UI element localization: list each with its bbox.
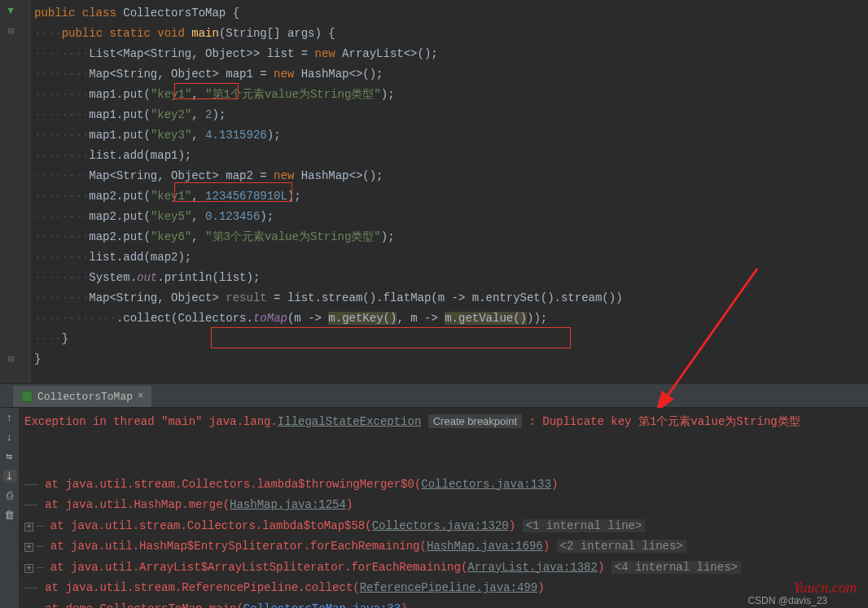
stack-frame: —— at java.util.HashMap.merge(HashMap.ja…	[24, 495, 863, 516]
source-link[interactable]: HashMap.java:1254	[230, 498, 346, 511]
hidden-frames-badge[interactable]: <2 internal lines>	[557, 540, 686, 553]
code-line: ········Map<String, Object> result = lis…	[34, 288, 868, 308]
source-link[interactable]: ArrayList.java:1382	[467, 561, 598, 574]
class-icon	[21, 391, 33, 402]
stack-frame: +— at java.util.ArrayList$ArrayListSplit…	[24, 558, 863, 579]
source-link[interactable]: ReferencePipeline.java:499	[360, 581, 537, 594]
code-line: }	[34, 349, 868, 370]
wrap-icon[interactable]: ⇆	[3, 450, 16, 463]
source-link[interactable]: HashMap.java:1696	[427, 540, 543, 553]
editor-gutter: ▶ ⊟ ⊟	[0, 0, 31, 383]
arrow-down-icon[interactable]: ↓	[3, 431, 16, 444]
print-icon[interactable]: ⎙	[3, 489, 16, 502]
close-icon[interactable]: ×	[138, 391, 143, 402]
source-link[interactable]: CollectorsToMap.java:33	[243, 602, 401, 609]
code-line: public class CollectorsToMap {	[34, 3, 868, 24]
stack-frame: —— at demo.CollectorsToMap.main(Collecto…	[24, 599, 863, 609]
run-tabbar: CollectorsToMap ×	[0, 383, 868, 408]
code-line: ····public static void main(String[] arg…	[34, 24, 868, 44]
code-line: ········Map<String, Object> map1 = new H…	[34, 64, 868, 85]
hidden-frames-badge[interactable]: <4 internal lines>	[612, 561, 741, 574]
console-output[interactable]: Exception in thread "main" java.lang.Ill…	[20, 408, 868, 608]
arrow-up-icon[interactable]: ↑	[3, 411, 16, 424]
code-line: ········map1.put("key3", 4.1315926);	[34, 125, 868, 146]
stack-frame: +— at java.util.stream.Collectors.lambda…	[24, 516, 863, 537]
run-tab[interactable]: CollectorsToMap ×	[13, 386, 151, 407]
trash-icon[interactable]: 🗑	[3, 509, 16, 522]
expand-icon[interactable]: +	[24, 564, 33, 573]
exception-line: Exception in thread "main" java.lang.Ill…	[24, 411, 863, 433]
console-toolbar: ↑ ↓ ⇆ ⤓ ⎙ 🗑	[0, 408, 20, 608]
credit-text: CSDN @davis_23	[747, 595, 827, 606]
stack-frame: —— at java.util.stream.ReferencePipeline…	[24, 578, 863, 599]
code-line: ········list.add(map1);	[34, 146, 868, 166]
code-editor[interactable]: ▶ ⊟ ⊟ public class CollectorsToMap {····…	[0, 0, 868, 383]
code-line: ········List<Map<String, Object>> list =…	[34, 44, 868, 64]
code-line: ········map2.put("key6", "第3个元素value为Str…	[34, 227, 868, 247]
source-link[interactable]: Collectors.java:133	[421, 478, 551, 491]
fold-minus-icon[interactable]: ⊟	[8, 353, 14, 365]
code-content[interactable]: public class CollectorsToMap {····public…	[31, 0, 868, 383]
scroll-to-end-icon[interactable]: ⤓	[3, 470, 16, 483]
stack-frame: +— at java.util.HashMap$EntrySpliterator…	[24, 536, 863, 558]
code-line: ········map2.put("key1", 12345678910L);	[34, 186, 868, 207]
expand-icon[interactable]: +	[24, 523, 33, 531]
source-link[interactable]: Collectors.java:1320	[372, 519, 509, 532]
code-line: ········System.out.println(list);	[34, 268, 868, 288]
code-line: ········map1.put("key1", "第1个元素value为Str…	[34, 85, 868, 105]
code-line: ········map2.put("key5", 0.123456);	[34, 207, 868, 227]
run-tab-label: CollectorsToMap	[37, 391, 133, 403]
exception-link[interactable]: IllegalStateException	[278, 415, 421, 428]
hidden-frames-badge[interactable]: <1 internal line>	[523, 519, 646, 532]
code-line: ············.collect(Collectors.toMap(m …	[34, 308, 868, 329]
fold-minus-icon[interactable]: ⊟	[8, 25, 14, 37]
run-icon[interactable]: ▶	[5, 8, 17, 14]
expand-icon[interactable]: +	[24, 543, 33, 552]
stack-frame: —— at java.util.stream.Collectors.lambda…	[24, 475, 863, 496]
code-line: ····}	[34, 329, 868, 349]
code-line: ········list.add(map2);	[34, 247, 868, 268]
create-breakpoint-button[interactable]: Create breakpoint	[428, 414, 522, 428]
code-line: ········Map<String, Object> map2 = new H…	[34, 166, 868, 186]
code-line: ········map1.put("key2", 2);	[34, 105, 868, 125]
